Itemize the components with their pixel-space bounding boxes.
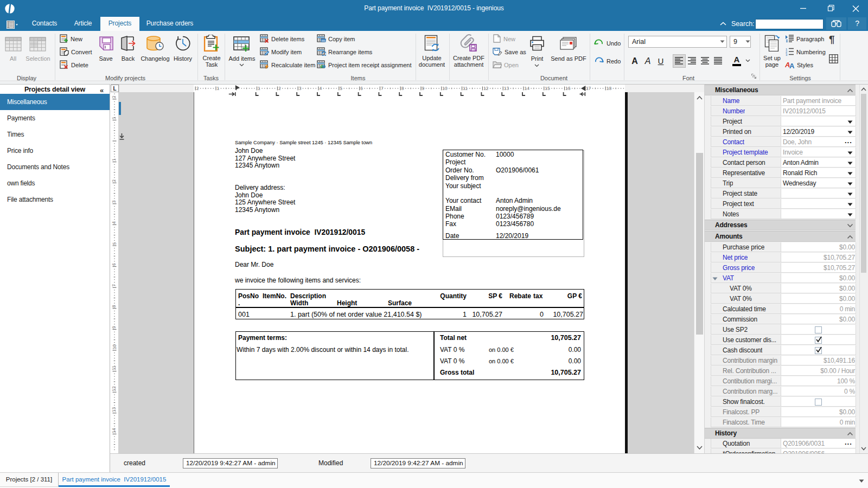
- svg-text:6: 6: [112, 263, 117, 266]
- svg-text:10: 10: [112, 344, 117, 350]
- svg-text:7: 7: [381, 86, 384, 91]
- svg-text:2: 2: [112, 95, 117, 98]
- svg-text:11: 11: [112, 365, 117, 370]
- svg-text:1: 1: [112, 158, 117, 161]
- svg-text:2: 2: [278, 86, 281, 91]
- svg-text:7: 7: [112, 284, 117, 287]
- svg-text:3: 3: [112, 200, 117, 203]
- svg-text:1: 1: [258, 86, 260, 91]
- svg-text:13: 13: [112, 407, 117, 413]
- svg-text:8: 8: [112, 305, 117, 307]
- svg-text:2: 2: [112, 179, 117, 182]
- svg-text:9: 9: [422, 86, 425, 91]
- svg-text:3: 3: [299, 86, 302, 91]
- svg-text:A: A: [789, 62, 795, 69]
- svg-text:9: 9: [112, 326, 117, 329]
- svg-text:12: 12: [112, 386, 117, 391]
- svg-text:4: 4: [320, 86, 322, 91]
- svg-text:2: 2: [196, 86, 199, 91]
- svg-text:14: 14: [112, 428, 117, 433]
- svg-text:5: 5: [340, 86, 342, 91]
- svg-text:3: 3: [786, 53, 788, 56]
- svg-text:8: 8: [401, 86, 404, 91]
- svg-text:4: 4: [112, 221, 117, 224]
- svg-text:1: 1: [217, 86, 220, 91]
- svg-text:6: 6: [360, 86, 363, 91]
- svg-text:5: 5: [112, 242, 117, 245]
- svg-text:1: 1: [112, 117, 117, 119]
